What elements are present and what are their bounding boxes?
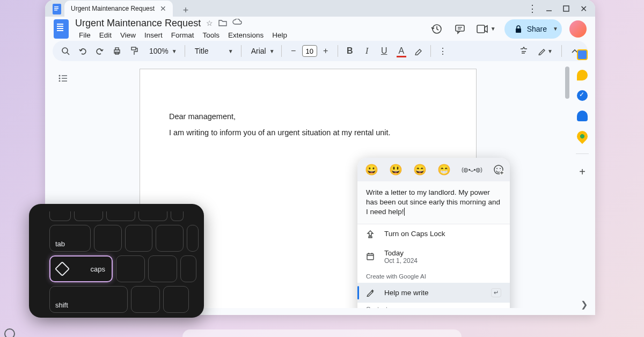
- share-dropdown[interactable]: ▼: [549, 19, 562, 39]
- cloud-status-icon[interactable]: [232, 19, 242, 27]
- contacts-app-icon[interactable]: [577, 111, 588, 121]
- key-fragment[interactable]: [138, 211, 167, 221]
- key-fragment[interactable]: [49, 211, 71, 221]
- expand-side-panel-icon[interactable]: ❯: [581, 299, 588, 310]
- emoji-option[interactable]: 😀: [365, 163, 378, 176]
- decrease-font-icon[interactable]: −: [286, 43, 301, 58]
- emoji-picker-icon[interactable]: [493, 164, 504, 175]
- menu-format[interactable]: Format: [167, 30, 198, 40]
- svg-rect-7: [456, 25, 464, 31]
- svg-point-18: [59, 75, 61, 77]
- minimize-button[interactable]: [541, 1, 557, 16]
- browser-tab[interactable]: Urgent Maintenance Request ✕: [64, 1, 173, 17]
- comments-icon[interactable]: [452, 21, 468, 37]
- outline-toggle-icon[interactable]: [58, 74, 68, 82]
- close-tab-icon[interactable]: ✕: [160, 4, 166, 13]
- menu-extensions[interactable]: Extensions: [224, 30, 267, 40]
- close-window-button[interactable]: ✕: [576, 1, 591, 16]
- tab-title: Urgent Maintenance Request: [71, 5, 155, 12]
- keyboard-key[interactable]: [187, 225, 199, 252]
- history-icon[interactable]: [428, 21, 444, 37]
- menu-view[interactable]: View: [116, 30, 140, 40]
- launcher-icon[interactable]: [4, 328, 18, 337]
- tasks-app-icon[interactable]: [577, 90, 588, 101]
- menu-edit[interactable]: Edit: [96, 30, 115, 40]
- text-color-icon[interactable]: A: [394, 43, 409, 58]
- star-icon[interactable]: ☆: [206, 19, 213, 27]
- keyboard-key[interactable]: [116, 255, 145, 282]
- menu-file[interactable]: File: [75, 30, 94, 40]
- zoom-dropdown[interactable]: 100%▼: [144, 47, 180, 55]
- print-icon[interactable]: [109, 43, 125, 58]
- svg-point-22: [59, 80, 61, 82]
- tab-key[interactable]: tab: [49, 225, 91, 252]
- new-tab-button[interactable]: +: [179, 4, 192, 17]
- menu-help[interactable]: Help: [268, 30, 291, 40]
- document-title[interactable]: Urgent Maintenance Request: [75, 18, 201, 29]
- popup-prompt-text[interactable]: Write a letter to my landlord. My power …: [357, 181, 510, 224]
- keyboard-key[interactable]: [163, 286, 189, 313]
- shelf-background: [182, 329, 462, 337]
- menu-insert[interactable]: Insert: [141, 30, 166, 40]
- add-addon-icon[interactable]: +: [579, 166, 586, 178]
- menu-tools[interactable]: Tools: [199, 30, 224, 40]
- underline-icon[interactable]: U: [377, 43, 392, 58]
- more-tools-icon[interactable]: ⋮: [435, 43, 450, 58]
- onscreen-keyboard-overlay: tab caps shift: [29, 204, 204, 318]
- date-suggestion[interactable]: Today Oct 1, 2024: [357, 244, 510, 270]
- emoji-option[interactable]: 😃: [389, 163, 402, 176]
- key-fragment[interactable]: [171, 211, 184, 221]
- content-section-header: Content: [357, 303, 510, 308]
- overflow-menu-icon[interactable]: ⋮: [524, 1, 539, 16]
- keyboard-key[interactable]: [180, 255, 196, 282]
- browser-tab-bar: Urgent Maintenance Request ✕ + ⋮ ✕: [45, 0, 595, 17]
- dictation-icon[interactable]: [516, 43, 531, 58]
- font-dropdown[interactable]: Arial▼: [246, 47, 277, 55]
- os-taskbar: [0, 327, 644, 337]
- keyboard-key[interactable]: [156, 225, 184, 252]
- keep-app-icon[interactable]: [577, 70, 588, 80]
- shift-key[interactable]: shift: [49, 286, 128, 313]
- move-icon[interactable]: [218, 19, 227, 27]
- redo-icon[interactable]: [92, 43, 107, 58]
- key-fragment[interactable]: [106, 211, 135, 221]
- calendar-app-icon[interactable]: [577, 49, 588, 60]
- font-size-input[interactable]: [302, 45, 317, 57]
- docs-app-icon[interactable]: [54, 19, 69, 39]
- maximize-button[interactable]: [559, 1, 574, 16]
- svg-rect-2: [54, 8, 58, 9]
- editing-mode-dropdown[interactable]: ▼: [535, 47, 556, 55]
- key-fragment[interactable]: [74, 211, 103, 221]
- enter-key-hint-icon: ↵: [491, 288, 501, 297]
- account-avatar[interactable]: [569, 20, 587, 38]
- quick-insert-diamond-icon: [55, 261, 70, 276]
- menu-bar: File Edit View Insert Format Tools Exten…: [75, 30, 291, 40]
- highlight-icon[interactable]: [411, 43, 426, 58]
- side-panel: +: [569, 41, 595, 178]
- emoji-option[interactable]: 😁: [437, 163, 451, 176]
- caps-key[interactable]: caps: [49, 255, 113, 282]
- emoji-option[interactable]: 😄: [413, 163, 427, 176]
- maps-app-icon[interactable]: [575, 129, 590, 144]
- title-bar: Urgent Maintenance Request ☆ File Edit V…: [45, 17, 595, 41]
- help-me-write-option[interactable]: Help me write ↵: [357, 283, 510, 303]
- kaomoji-option[interactable]: (◍•ᴗ•◍): [462, 166, 482, 173]
- svg-rect-15: [115, 48, 119, 50]
- search-tool-icon[interactable]: [58, 43, 73, 58]
- caps-lock-suggestion[interactable]: Turn on Caps Lock: [357, 224, 510, 244]
- keyboard-key[interactable]: [125, 225, 153, 252]
- italic-icon[interactable]: I: [360, 43, 375, 58]
- paint-format-icon[interactable]: [127, 43, 142, 58]
- vertical-scrollbar[interactable]: [565, 67, 569, 99]
- svg-rect-11: [516, 28, 521, 33]
- undo-icon[interactable]: [75, 43, 90, 58]
- keyboard-key[interactable]: [148, 255, 177, 282]
- bold-icon[interactable]: B: [342, 43, 357, 58]
- formatting-toolbar: 100%▼ Title▼ Arial▼ − + B I U A ⋮ ▼: [53, 41, 588, 61]
- svg-rect-0: [53, 4, 61, 14]
- increase-font-icon[interactable]: +: [318, 43, 333, 58]
- meet-icon[interactable]: ▼: [475, 21, 497, 37]
- keyboard-key[interactable]: [94, 225, 122, 252]
- paragraph-style-dropdown[interactable]: Title▼: [189, 47, 237, 55]
- keyboard-key[interactable]: [131, 286, 160, 313]
